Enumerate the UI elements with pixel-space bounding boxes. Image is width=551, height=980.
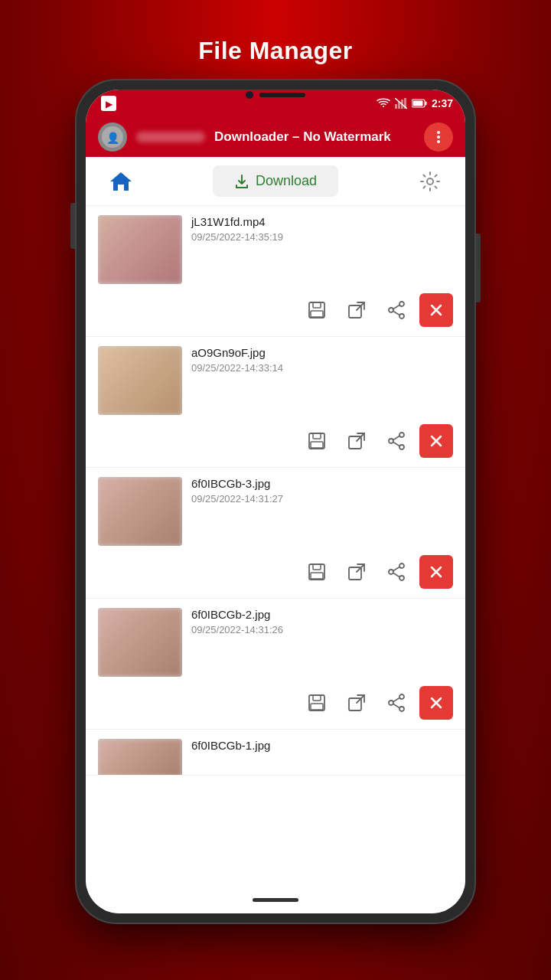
app-title: Downloader – No Watermark [214, 129, 415, 145]
open-external-button[interactable] [340, 686, 373, 720]
delete-icon [428, 433, 445, 449]
svg-text:👤: 👤 [106, 132, 120, 145]
svg-rect-31 [311, 442, 323, 448]
delete-icon [428, 564, 445, 580]
file-thumbnail [98, 215, 182, 284]
svg-rect-17 [309, 302, 324, 318]
camera-area [246, 91, 305, 99]
file-info: 6f0IBCGb-2.jpg 09/25/2022-14:31:26 [191, 608, 453, 635]
more-options-button[interactable] [424, 122, 453, 152]
list-item: jL31W1fd.mp4 09/25/2022-14:35:19 [86, 206, 465, 337]
save-icon [307, 562, 327, 582]
svg-point-23 [389, 308, 393, 312]
file-info: 6f0IBCGb-3.jpg 09/25/2022-14:31:27 [191, 477, 453, 505]
save-icon [307, 693, 327, 713]
file-name: aO9Gn9oF.jpg [191, 346, 453, 359]
svg-rect-43 [311, 573, 323, 579]
delete-button[interactable] [419, 555, 453, 589]
svg-point-60 [399, 707, 404, 711]
svg-line-25 [393, 305, 399, 309]
file-item-top: 6f0IBCGb-3.jpg 09/25/2022-14:31:27 [86, 468, 465, 550]
svg-rect-53 [309, 695, 324, 710]
svg-line-21 [357, 302, 364, 310]
open-external-icon [347, 562, 367, 582]
save-icon [307, 431, 327, 451]
svg-line-61 [393, 698, 399, 702]
svg-point-16 [427, 178, 433, 185]
delete-button[interactable] [419, 293, 453, 327]
open-external-button[interactable] [340, 424, 373, 458]
file-list: jL31W1fd.mp4 09/25/2022-14:35:19 [86, 206, 465, 886]
speaker-grill [259, 93, 305, 97]
share-icon [386, 431, 406, 451]
file-thumbnail [98, 608, 182, 677]
save-icon [307, 300, 327, 320]
file-info: aO9Gn9oF.jpg 09/25/2022-14:33:14 [191, 346, 453, 374]
file-actions [86, 550, 465, 598]
home-indicator-bar [253, 898, 298, 902]
svg-rect-9 [412, 101, 422, 106]
svg-point-22 [399, 302, 404, 306]
username-blurred [136, 132, 205, 142]
svg-line-37 [393, 436, 399, 440]
svg-point-46 [399, 564, 404, 568]
file-thumbnail [98, 477, 182, 546]
share-icon [386, 693, 406, 713]
file-item-top: 6f0IBCGb-1.jpg [86, 730, 465, 776]
svg-point-47 [389, 570, 393, 574]
share-button[interactable] [380, 424, 413, 458]
svg-point-14 [437, 140, 440, 143]
svg-line-49 [393, 567, 399, 571]
delete-button[interactable] [419, 686, 453, 720]
list-item: 6f0IBCGb-3.jpg 09/25/2022-14:31:27 [86, 468, 465, 599]
share-button[interactable] [380, 686, 413, 720]
svg-line-33 [357, 433, 364, 441]
save-button[interactable] [300, 293, 334, 327]
svg-rect-41 [309, 564, 324, 580]
save-button[interactable] [300, 686, 334, 720]
delete-button[interactable] [419, 424, 453, 458]
svg-rect-55 [311, 704, 323, 710]
delete-icon [428, 302, 445, 318]
file-date: 09/25/2022-14:31:26 [191, 624, 453, 635]
save-button[interactable] [300, 555, 334, 589]
svg-rect-42 [313, 564, 321, 570]
svg-point-13 [437, 136, 440, 139]
app-status-icon: ▶ [98, 96, 119, 111]
file-date: 09/25/2022-14:33:14 [191, 362, 453, 374]
open-external-icon [347, 693, 367, 713]
svg-line-57 [357, 695, 364, 703]
top-app-bar: 👤 Downloader – No Watermark [86, 117, 465, 157]
svg-rect-19 [311, 311, 323, 317]
share-icon [386, 300, 406, 320]
file-name: jL31W1fd.mp4 [191, 215, 453, 228]
svg-point-36 [399, 445, 404, 449]
file-date: 09/25/2022-14:31:27 [191, 493, 453, 505]
file-item-top: jL31W1fd.mp4 09/25/2022-14:35:19 [86, 206, 465, 289]
status-time: 2:37 [432, 97, 453, 109]
file-actions [86, 289, 465, 336]
share-button[interactable] [380, 555, 413, 589]
file-info: 6f0IBCGb-1.jpg [191, 739, 453, 755]
list-item: aO9Gn9oF.jpg 09/25/2022-14:33:14 [86, 337, 465, 468]
svg-rect-30 [313, 433, 321, 439]
open-external-icon [347, 431, 367, 451]
save-button[interactable] [300, 424, 334, 458]
wifi-icon [377, 98, 390, 109]
settings-icon [419, 171, 441, 192]
open-external-button[interactable] [340, 555, 373, 589]
download-nav-icon [234, 174, 249, 189]
settings-button[interactable] [413, 165, 447, 198]
svg-point-59 [389, 701, 393, 705]
download-tab-button[interactable]: Download [213, 165, 338, 197]
file-actions [86, 681, 465, 729]
open-external-button[interactable] [340, 293, 373, 327]
svg-text:▶: ▶ [106, 99, 113, 109]
home-button[interactable] [104, 165, 138, 198]
svg-line-38 [393, 443, 399, 446]
share-button[interactable] [380, 293, 413, 327]
signal-icon [395, 98, 407, 109]
svg-line-62 [393, 704, 399, 708]
svg-rect-18 [313, 302, 321, 308]
download-tab-label: Download [256, 173, 317, 189]
